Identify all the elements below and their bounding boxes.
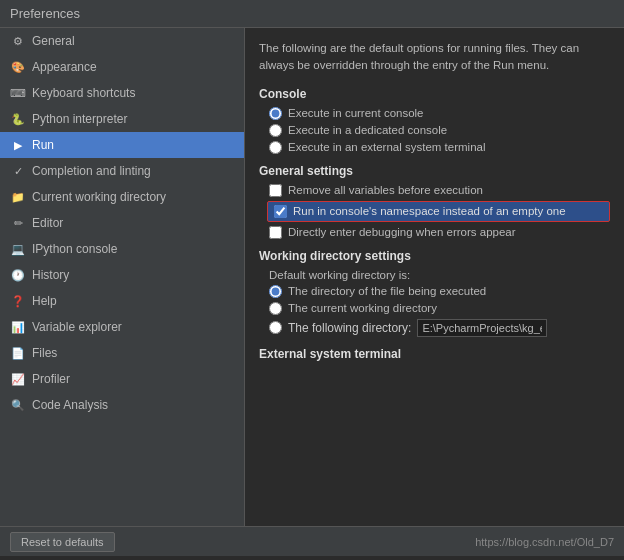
bottom-bar: Reset to defaults https://blog.csdn.net/… [0,526,624,556]
console-section-title: Console [259,87,610,101]
radio-dedicated-console-label: Execute in a dedicated console [288,124,447,136]
sidebar-item-python-interpreter[interactable]: 🐍Python interpreter [0,106,244,132]
radio-current-console-input[interactable] [269,107,282,120]
sidebar-item-history[interactable]: 🕐History [0,262,244,288]
sidebar: ⚙General🎨Appearance⌨Keyboard shortcuts🐍P… [0,28,245,526]
working-dir-sublabel: Default working directory is: [269,269,610,281]
radio-external-terminal-input[interactable] [269,141,282,154]
sidebar-item-label-general: General [32,34,75,48]
sidebar-item-label-run: Run [32,138,54,152]
sidebar-item-code-analysis[interactable]: 🔍Code Analysis [0,392,244,418]
sidebar-item-label-files: Files [32,346,57,360]
checkbox-remove-vars[interactable] [269,184,282,197]
sidebar-item-label-editor: Editor [32,216,63,230]
python-interpreter-icon: 🐍 [10,111,26,127]
radio-current-console-label: Execute in current console [288,107,424,119]
history-icon: 🕐 [10,267,26,283]
radio-file-dir: The directory of the file being executed [269,285,610,298]
checkbox-run-namespace-row: Run in console's namespace instead of an… [267,201,610,222]
content-area: The following are the default options fo… [245,28,624,526]
completion-linting-icon: ✓ [10,163,26,179]
sidebar-item-label-appearance: Appearance [32,60,97,74]
current-working-directory-icon: 📁 [10,189,26,205]
radio-file-dir-label: The directory of the file being executed [288,285,486,297]
sidebar-item-ipython-console[interactable]: 💻IPython console [0,236,244,262]
sidebar-item-help[interactable]: ❓Help [0,288,244,314]
general-settings-title: General settings [259,164,610,178]
radio-current-dir-label: The current working directory [288,302,437,314]
radio-current-console: Execute in current console [269,107,610,120]
working-dir-section: Default working directory is: The direct… [259,269,610,337]
external-terminal-title: External system terminal [259,347,610,361]
radio-dedicated-console: Execute in a dedicated console [269,124,610,137]
checkbox-run-namespace-label: Run in console's namespace instead of an… [293,205,566,217]
sidebar-item-label-python-interpreter: Python interpreter [32,112,127,126]
variable-explorer-icon: 📊 [10,319,26,335]
code-analysis-icon: 🔍 [10,397,26,413]
sidebar-item-editor[interactable]: ✏Editor [0,210,244,236]
sidebar-item-label-ipython-console: IPython console [32,242,117,256]
sidebar-item-label-history: History [32,268,69,282]
radio-external-terminal: Execute in an external system terminal [269,141,610,154]
keyboard-shortcuts-icon: ⌨ [10,85,26,101]
sidebar-item-label-current-working-directory: Current working directory [32,190,166,204]
sidebar-item-profiler[interactable]: 📈Profiler [0,366,244,392]
sidebar-item-label-help: Help [32,294,57,308]
checkbox-remove-vars-label: Remove all variables before execution [288,184,483,196]
radio-external-terminal-label: Execute in an external system terminal [288,141,486,153]
profiler-icon: 📈 [10,371,26,387]
files-icon: 📄 [10,345,26,361]
checkbox-debugging-row: Directly enter debugging when errors app… [269,226,610,239]
title-text: Preferences [10,6,80,21]
sidebar-item-label-profiler: Profiler [32,372,70,386]
sidebar-item-current-working-directory[interactable]: 📁Current working directory [0,184,244,210]
help-icon: ❓ [10,293,26,309]
title-bar: Preferences [0,0,624,28]
radio-current-dir-input[interactable] [269,302,282,315]
sidebar-item-variable-explorer[interactable]: 📊Variable explorer [0,314,244,340]
checkbox-debugging[interactable] [269,226,282,239]
checkbox-run-namespace[interactable] [274,205,287,218]
sidebar-item-general[interactable]: ⚙General [0,28,244,54]
sidebar-item-label-code-analysis: Code Analysis [32,398,108,412]
radio-following-dir-row: The following directory: [269,319,610,337]
sidebar-item-appearance[interactable]: 🎨Appearance [0,54,244,80]
sidebar-item-run[interactable]: ▶Run [0,132,244,158]
run-icon: ▶ [10,137,26,153]
radio-following-dir-label: The following directory: [288,321,411,335]
appearance-icon: 🎨 [10,59,26,75]
working-dir-title: Working directory settings [259,249,610,263]
radio-following-dir-input[interactable] [269,321,282,334]
following-dir-text-input[interactable] [417,319,547,337]
sidebar-item-label-keyboard-shortcuts: Keyboard shortcuts [32,86,135,100]
reset-button[interactable]: Reset to defaults [10,532,115,552]
sidebar-item-label-variable-explorer: Variable explorer [32,320,122,334]
sidebar-item-files[interactable]: 📄Files [0,340,244,366]
editor-icon: ✏ [10,215,26,231]
sidebar-item-label-completion-linting: Completion and linting [32,164,151,178]
url-text: https://blog.csdn.net/Old_D7 [475,536,614,548]
sidebar-item-keyboard-shortcuts[interactable]: ⌨Keyboard shortcuts [0,80,244,106]
checkbox-remove-vars-row: Remove all variables before execution [269,184,610,197]
radio-current-dir: The current working directory [269,302,610,315]
checkbox-debugging-label: Directly enter debugging when errors app… [288,226,516,238]
content-description: The following are the default options fo… [259,40,610,75]
radio-dedicated-console-input[interactable] [269,124,282,137]
ipython-console-icon: 💻 [10,241,26,257]
general-icon: ⚙ [10,33,26,49]
sidebar-item-completion-linting[interactable]: ✓Completion and linting [0,158,244,184]
radio-file-dir-input[interactable] [269,285,282,298]
